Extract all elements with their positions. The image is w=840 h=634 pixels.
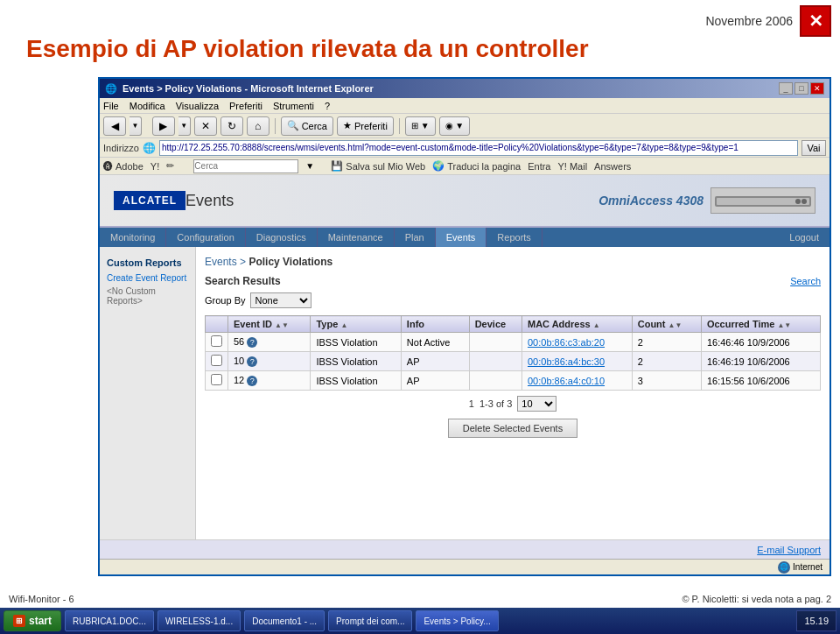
taskbar-item-5[interactable]: Events > Policy... [416, 610, 498, 631]
help-icon-3[interactable]: ? [247, 376, 257, 386]
forward-dropdown[interactable]: ▼ [178, 116, 191, 136]
slide-title: Esempio di AP violation rilevata da un c… [26, 35, 589, 63]
delete-selected-button[interactable]: Delete Selected Events [448, 419, 578, 438]
device-cell-2 [469, 352, 522, 371]
translate-icon: 🌍 [432, 160, 444, 172]
logout-button[interactable]: Logout [779, 228, 830, 247]
forward-button[interactable]: ▶ [152, 116, 175, 136]
pagination-row: 1 1-3 of 3 10 25 50 [205, 396, 821, 412]
count-cell-3: 3 [632, 371, 701, 391]
nav-tab-spacer [542, 228, 779, 247]
home-button[interactable]: ⌂ [247, 116, 270, 136]
search-toolbar-button[interactable]: 🔍 Cerca [281, 116, 333, 136]
mac-link-3[interactable]: 00:0b:86:a4:c0:10 [528, 376, 605, 386]
yahoo-link[interactable]: Y! [150, 161, 159, 172]
menu-modifica[interactable]: Modifica [130, 101, 165, 111]
mac-link-2[interactable]: 00:0b:86:a4:bc:30 [528, 356, 605, 367]
favorites-label: Preferiti [354, 121, 388, 131]
taskbar-item-3[interactable]: Documento1 - ... [244, 610, 325, 631]
event-id-cell-3: 12 ? [228, 371, 311, 391]
check-cell-3 [206, 371, 228, 391]
back-dropdown[interactable]: ▼ [130, 116, 142, 136]
event-id-cell-1: 56 ? [228, 333, 311, 352]
links-bar: 🅐 Adobe Y! ✏ ▼ 💾 Salva sul Mio Web 🌍 Tra… [100, 158, 830, 175]
col-mac[interactable]: MAC Address ▲ [522, 316, 632, 333]
tab-maintenance[interactable]: Maintenance [318, 228, 395, 247]
search-link[interactable]: Search [790, 276, 821, 286]
no-custom-reports: <No Custom Reports> [100, 285, 195, 307]
col-count[interactable]: Count ▲▼ [632, 316, 701, 333]
toolbar-extra[interactable]: ⊞ ▼ [405, 116, 436, 136]
help-icon-1[interactable]: ? [247, 337, 257, 348]
taskbar-item-2[interactable]: WIRELESS-1.d... [158, 610, 241, 631]
taskbar-item-4[interactable]: Prompt dei com... [328, 610, 412, 631]
internet-icon: 🌐 [778, 561, 790, 574]
back-button[interactable]: ◀ [103, 116, 126, 136]
event-id-cell-2: 10 ? [228, 352, 311, 371]
refresh-button[interactable]: ↻ [220, 116, 243, 136]
inner-body: Custom Reports Create Event Report <No C… [100, 247, 830, 539]
traduci-link[interactable]: 🌍 Traduci la pagina [432, 160, 521, 172]
menu-strumenti[interactable]: Strumenti [273, 101, 314, 111]
minimize-button[interactable]: _ [779, 82, 793, 95]
adobe-link[interactable]: 🅐 Adobe [103, 161, 144, 172]
address-bar: Indirizzo 🌐 Vai [100, 138, 830, 158]
stop-button[interactable]: ✕ [194, 116, 217, 136]
device-cell-3 [469, 371, 522, 391]
row-checkbox-1[interactable] [211, 335, 222, 347]
start-button[interactable]: ⊞ start [4, 610, 61, 631]
close-button[interactable]: ✕ [810, 82, 824, 95]
tab-diagnostics[interactable]: Diagnostics [246, 228, 318, 247]
col-type[interactable]: Type ▲ [311, 316, 401, 333]
edit-link[interactable]: ✏ [166, 160, 174, 172]
windows-icon: ⊞ [13, 615, 25, 627]
search-results-label: Search Results [205, 275, 281, 287]
row-checkbox-2[interactable] [211, 355, 222, 366]
go-button[interactable]: Vai [802, 140, 826, 156]
col-occurred-time[interactable]: Occurred Time ▲▼ [701, 316, 820, 333]
yahoo-search-input[interactable] [193, 159, 298, 173]
menu-help[interactable]: ? [325, 101, 330, 111]
help-icon-2[interactable]: ? [247, 356, 257, 367]
menu-file[interactable]: File [103, 101, 119, 111]
menu-preferiti[interactable]: Preferiti [229, 101, 262, 111]
salva-link[interactable]: 💾 Salva sul Mio Web [331, 160, 425, 172]
star-icon: ★ [343, 120, 352, 131]
tab-plan[interactable]: Plan [395, 228, 436, 247]
table-row: 10 ? IBSS Violation AP 00:0b:86:a4:bc:30… [206, 352, 821, 371]
mac-link-1[interactable]: 00:0b:86:c3:ab:20 [528, 337, 605, 348]
col-info: Info [401, 316, 469, 333]
create-event-report-link[interactable]: Create Event Report [100, 271, 195, 285]
entra-link[interactable]: Entra [528, 161, 550, 172]
col-device: Device [469, 316, 522, 333]
yahoo-search-btn[interactable]: ▼ [305, 161, 314, 171]
toolbar-media[interactable]: ◉ ▼ [439, 116, 471, 136]
page-header: ALCATEL Events OmniAccess 4308 [100, 175, 830, 228]
mail-link[interactable]: Y! Mail [557, 161, 587, 172]
sidebar: Custom Reports Create Event Report <No C… [100, 247, 196, 539]
per-page-select[interactable]: 10 25 50 [517, 396, 556, 412]
group-by-select[interactable]: None Type Device MAC Address [250, 292, 312, 308]
sidebar-title: Custom Reports [100, 254, 195, 271]
col-event-id[interactable]: Event ID ▲▼ [228, 316, 311, 333]
menu-visualizza[interactable]: Visualizza [176, 101, 219, 111]
tab-reports[interactable]: Reports [486, 228, 542, 247]
tab-events[interactable]: Events [436, 228, 487, 247]
bottom-footer: Wifi-Monitor - 6 © P. Nicoletti: si veda… [0, 594, 840, 604]
tab-configuration[interactable]: Configuration [166, 228, 245, 247]
taskbar-item-1[interactable]: RUBRICA1.DOC... [65, 610, 154, 631]
time-cell-3: 16:15:56 10/6/2006 [701, 371, 820, 391]
row-checkbox-3[interactable] [211, 374, 222, 385]
email-support-link[interactable]: E-mail Support [757, 545, 821, 555]
tab-monitoring[interactable]: Monitoring [100, 228, 166, 247]
favorites-toolbar-button[interactable]: ★ Preferiti [337, 116, 394, 136]
maximize-button[interactable]: □ [794, 82, 808, 95]
search-icon: 🔍 [287, 120, 299, 131]
menu-bar: File Modifica Visualizza Preferiti Strum… [100, 98, 830, 114]
address-input[interactable] [159, 140, 798, 156]
device-cell-1 [469, 333, 522, 352]
slide-date: Novembre 2006 [705, 14, 793, 28]
time-cell-2: 16:46:19 10/6/2006 [701, 352, 820, 371]
answers-link[interactable]: Answers [594, 161, 631, 172]
toolbar: ◀ ▼ ▶ ▼ ✕ ↻ ⌂ 🔍 Cerca ★ Preferiti ⊞ ▼ ◉ … [100, 114, 830, 138]
